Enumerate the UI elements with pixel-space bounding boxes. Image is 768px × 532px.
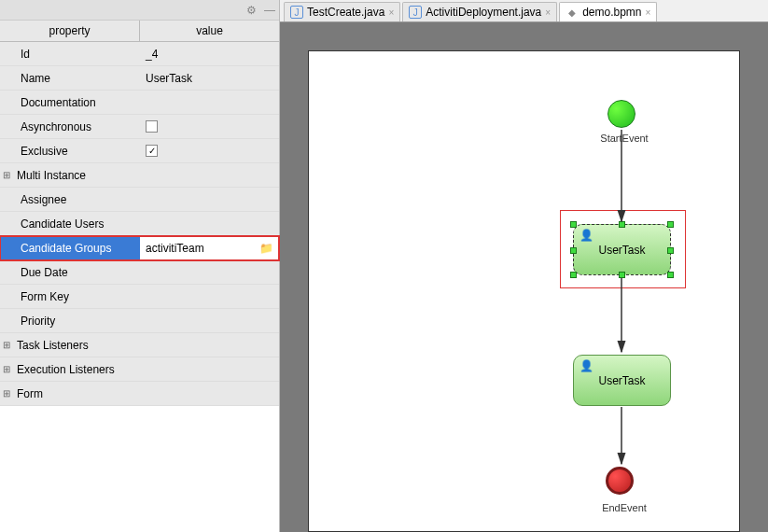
panel-empty-area [0,406,279,532]
property-row-task-listeners[interactable]: ⊞Task Listeners [0,333,279,357]
property-label: Assignee [13,193,140,206]
property-value[interactable]: UserTask [140,72,279,85]
expand-icon [0,236,13,259]
gear-icon[interactable]: ⚙ [246,4,257,17]
property-label: Multi Instance [13,169,140,182]
minimize-icon[interactable]: — [264,4,275,17]
property-row-multi-instance[interactable]: ⊞Multi Instance [0,163,279,188]
property-label: Candidate Users [13,217,140,231]
property-row-candidate-groups[interactable]: Candidate Groups📁 [0,236,279,260]
property-row-name[interactable]: NameUserTask [0,66,279,91]
tab-demo-bpmn[interactable]: ◆demo.bpmn× [559,2,657,21]
property-row-execution-listeners[interactable]: ⊞Execution Listeners [0,357,279,382]
java-file-icon: J [290,6,303,19]
tab-label: TestCreate.java [307,6,384,19]
property-row-candidate-users[interactable]: Candidate Users [0,212,279,236]
header-value: value [140,21,279,41]
property-label: Form [13,387,140,400]
panel-toolbar: ⚙ — [0,0,279,21]
properties-panel: ⚙ — property value Id_4NameUserTaskDocum… [0,0,280,532]
tab-label: demo.bpmn [582,6,641,19]
property-row-asynchronous[interactable]: Asynchronous [0,115,279,139]
property-label: Documentation [13,96,140,109]
editor-tabs: JTestCreate.java×JActivitiDeployment.jav… [280,0,768,22]
bpmn-canvas[interactable]: StartEvent 👤 UserTask 👤 UserTask EndEven… [308,50,740,532]
expand-icon[interactable]: ⊞ [0,364,13,374]
close-icon[interactable]: × [646,7,651,18]
property-label: Name [13,72,140,85]
expand-icon[interactable]: ⊞ [0,388,13,399]
property-list: Id_4NameUserTaskDocumentationAsynchronou… [0,42,279,406]
property-label: Priority [13,315,140,328]
property-label: Id [13,48,140,61]
property-label: Task Listeners [13,339,140,352]
property-row-priority[interactable]: Priority [0,309,279,333]
expand-icon[interactable]: ⊞ [0,340,13,350]
checkbox[interactable]: ✓ [146,145,158,157]
property-row-form-key[interactable]: Form Key [0,285,279,309]
property-value[interactable]: 📁 [140,236,279,259]
tab-TestCreate-java[interactable]: JTestCreate.java× [284,2,400,21]
close-icon[interactable]: × [388,7,394,18]
property-label: Execution Listeners [13,363,140,376]
property-label: Exclusive [13,145,140,158]
value-input[interactable] [146,242,259,255]
property-row-exclusive[interactable]: Exclusive✓ [0,139,279,163]
property-row-documentation[interactable]: Documentation [0,91,279,115]
tab-label: ActivitiDeployment.java [426,6,541,19]
property-value[interactable]: ✓ [140,145,279,157]
property-row-due-date[interactable]: Due Date [0,260,279,285]
property-label: Form Key [13,290,140,303]
browse-icon[interactable]: 📁 [259,242,273,255]
checkbox[interactable] [146,120,158,133]
expand-icon[interactable]: ⊞ [0,170,13,180]
table-header: property value [0,21,279,42]
flow-arrows [309,51,768,532]
bpmn-file-icon: ◆ [566,6,579,19]
tab-ActivitiDeployment-java[interactable]: JActivitiDeployment.java× [402,2,557,21]
canvas-wrapper: StartEvent 👤 UserTask 👤 UserTask EndEven… [280,22,768,532]
editor-area: JTestCreate.java×JActivitiDeployment.jav… [280,0,768,532]
java-file-icon: J [409,6,422,19]
property-label: Candidate Groups [13,236,140,259]
close-icon[interactable]: × [545,7,551,18]
property-row-form[interactable]: ⊞Form [0,382,279,406]
property-value[interactable]: _4 [140,48,279,61]
header-property: property [0,21,140,41]
property-value[interactable] [140,120,279,133]
property-row-id[interactable]: Id_4 [0,42,279,66]
property-row-assignee[interactable]: Assignee [0,188,279,212]
property-label: Asynchronous [13,120,140,133]
property-label: Due Date [13,266,140,279]
